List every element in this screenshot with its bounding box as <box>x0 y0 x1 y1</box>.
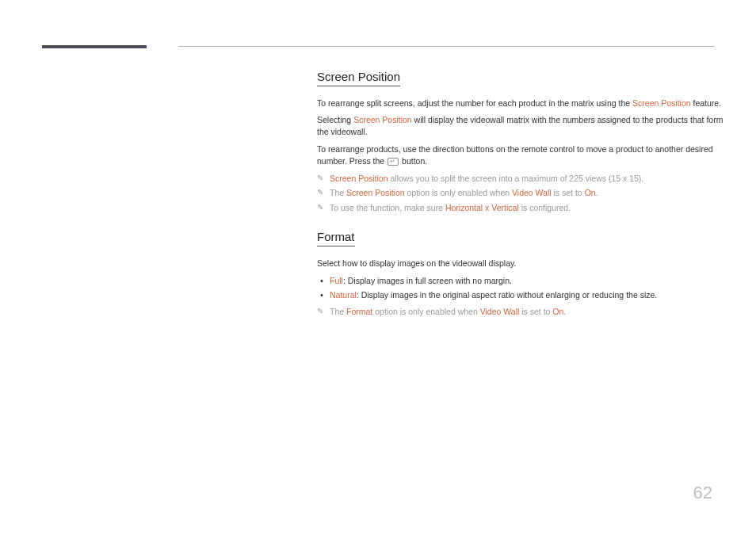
heading-format: Format <box>317 230 355 246</box>
heading-screen-position: Screen Position <box>317 70 400 86</box>
main-content: Screen Position To rearrange split scree… <box>317 70 729 319</box>
text: button. <box>399 156 427 166</box>
page-number: 62 <box>693 483 712 503</box>
text: To rearrange products, use the direction… <box>317 144 713 166</box>
text: Selecting <box>317 115 353 124</box>
highlight: Format <box>346 307 372 316</box>
highlight: Horizontal x Vertical <box>445 203 519 212</box>
highlight: Natural <box>330 290 357 300</box>
highlight: Video Wall <box>480 307 520 316</box>
section-format: Format Select how to display images on t… <box>317 230 729 318</box>
notes-format: The Format option is only enabled when V… <box>317 305 729 318</box>
highlight: Full <box>330 276 343 285</box>
note-item: Screen Position allows you to split the … <box>317 172 729 185</box>
note-item: The Format option is only enabled when V… <box>317 305 729 318</box>
highlight: Video Wall <box>512 188 552 197</box>
text: feature. <box>691 98 722 108</box>
highlight: Screen Position <box>346 188 405 197</box>
header-accent-bar <box>42 45 147 48</box>
text: option is only enabled when <box>372 307 479 316</box>
text: : Display images in full screen with no … <box>343 276 512 285</box>
text: To use the function, make sure <box>330 203 445 212</box>
note-item: To use the function, make sure Horizonta… <box>317 201 729 214</box>
enter-button-icon <box>388 158 399 166</box>
list-item: Full: Display images in full screen with… <box>317 274 729 287</box>
text: is configured. <box>519 203 571 212</box>
header-rule <box>178 46 714 47</box>
highlight: Screen Position <box>632 98 691 108</box>
text: allows you to split the screen into a ma… <box>388 174 644 183</box>
para-sp-3: To rearrange products, use the direction… <box>317 143 729 167</box>
highlight: On <box>552 307 563 316</box>
text: The <box>330 307 346 316</box>
text: option is only enabled when <box>405 188 512 197</box>
para-format-1: Select how to display images on the vide… <box>317 258 729 269</box>
highlight: Screen Position <box>353 115 412 124</box>
text: . <box>596 188 598 197</box>
notes-screen-position: Screen Position allows you to split the … <box>317 172 729 214</box>
para-sp-1: To rearrange split screens, adjust the n… <box>317 97 729 109</box>
highlight: On <box>585 188 596 197</box>
text: . <box>563 307 566 316</box>
note-item: The Screen Position option is only enabl… <box>317 186 729 199</box>
text: : Display images in the original aspect … <box>357 290 657 300</box>
text: is set to <box>552 188 585 197</box>
list-item: Natural: Display images in the original … <box>317 289 729 301</box>
text: To rearrange split screens, adjust the n… <box>317 98 632 108</box>
para-sp-2: Selecting Screen Position will display t… <box>317 114 729 138</box>
text: is set to <box>519 307 552 316</box>
highlight: Screen Position <box>330 174 388 183</box>
format-options: Full: Display images in full screen with… <box>317 274 729 302</box>
text: The <box>330 188 346 197</box>
